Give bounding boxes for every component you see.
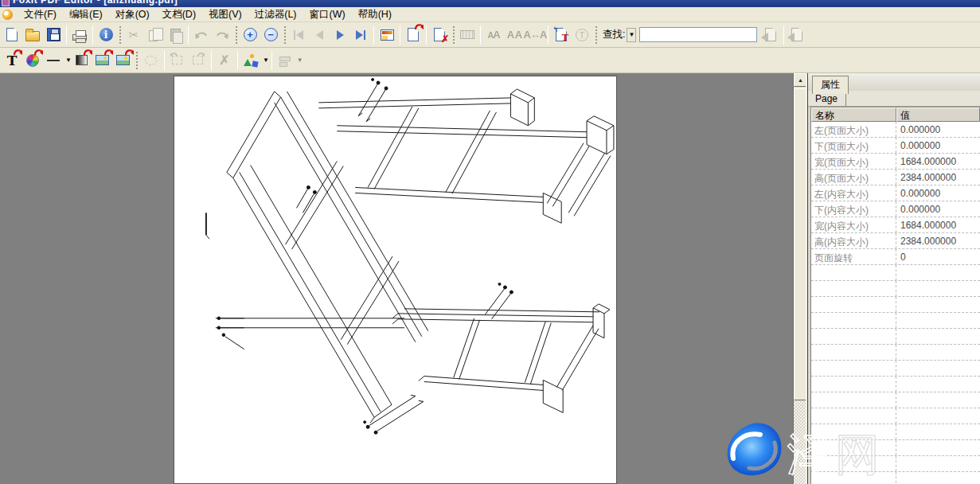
page-layout-icon xyxy=(381,29,394,41)
menu-document[interactable]: 文档(D) xyxy=(156,6,202,23)
property-value[interactable]: 2384.000000 xyxy=(896,170,980,185)
keyboard-button[interactable] xyxy=(457,25,478,45)
copy-icon xyxy=(149,30,158,41)
toolbar-grip[interactable] xyxy=(595,26,597,44)
cut-button[interactable]: ✂ xyxy=(123,25,144,45)
add-image-button[interactable] xyxy=(113,50,134,71)
separator xyxy=(66,25,67,45)
shapes-button[interactable] xyxy=(240,50,261,71)
property-value xyxy=(896,329,980,344)
color-picker-button[interactable] xyxy=(22,50,43,71)
foxit-logo-icon[interactable] xyxy=(2,10,13,20)
toolbar-grip[interactable] xyxy=(119,26,121,44)
toolbar-grip[interactable] xyxy=(452,26,455,44)
paste-button[interactable] xyxy=(165,25,185,45)
property-value xyxy=(896,297,980,312)
menu-object[interactable]: 对象(O) xyxy=(109,6,156,23)
property-name xyxy=(811,456,896,471)
table-row-empty xyxy=(811,392,980,408)
last-page-icon xyxy=(356,30,365,40)
shapes-dropdown[interactable]: ▼ xyxy=(263,57,269,64)
toolbar-edit-objects: T ▼ ✗ ▼ ▼ xyxy=(0,48,980,73)
redo-button[interactable] xyxy=(212,25,232,45)
property-value[interactable]: 0 xyxy=(896,249,980,264)
shading-button[interactable] xyxy=(72,50,92,71)
align-dropdown[interactable]: ▼ xyxy=(297,57,303,64)
align-button[interactable] xyxy=(275,50,295,71)
menu-bar-items: 文件(F)编辑(E)对象(O)文档(D)视图(V)过滤器(L)窗口(W)帮助(H… xyxy=(18,6,398,23)
table-row: 高(内容大小)2384.000000 xyxy=(811,233,980,249)
scrollbar-thumb[interactable] xyxy=(794,88,807,400)
undo-button[interactable] xyxy=(191,25,212,45)
rotate-page-icon xyxy=(408,28,419,41)
find-options-dropdown[interactable]: ▼ xyxy=(627,28,636,42)
edit-image-button[interactable] xyxy=(92,50,113,71)
property-value[interactable]: 0.000000 xyxy=(896,138,980,153)
edit-text-button[interactable]: T xyxy=(2,50,22,71)
char-spacing-button[interactable]: A↔A xyxy=(525,25,545,45)
table-row-empty xyxy=(811,424,980,440)
copy-button[interactable] xyxy=(144,25,165,45)
lasso-select-button[interactable] xyxy=(141,50,162,71)
find-next-button[interactable] xyxy=(760,25,781,45)
find-input[interactable] xyxy=(639,27,757,42)
previous-page-button[interactable] xyxy=(309,25,330,45)
property-name: 宽(内容大小) xyxy=(811,217,896,232)
separator xyxy=(92,25,93,45)
toolbar-grip[interactable] xyxy=(235,26,237,44)
separator xyxy=(400,25,400,45)
previous-page-icon xyxy=(316,30,323,40)
separator xyxy=(480,25,481,45)
document-info-icon: i xyxy=(100,28,113,41)
delete-object-button[interactable]: ✗ xyxy=(214,50,235,71)
lasso-select-icon xyxy=(145,56,157,65)
table-row: 宽(内容大小)1684.000000 xyxy=(811,217,980,233)
document-info-button[interactable]: i xyxy=(96,25,116,45)
next-page-button[interactable] xyxy=(330,25,350,45)
property-value[interactable]: 0.000000 xyxy=(896,201,980,217)
property-value[interactable]: 2384.000000 xyxy=(896,233,980,248)
rotate-right-button[interactable] xyxy=(188,50,209,71)
delete-page-button[interactable]: ✗ xyxy=(429,25,450,45)
property-value xyxy=(896,313,980,328)
property-value[interactable]: 0.000000 xyxy=(896,185,980,201)
first-page-button[interactable] xyxy=(288,25,309,45)
properties-tab[interactable]: 属性 xyxy=(812,76,849,94)
toolbar-grip[interactable] xyxy=(136,52,139,69)
page-layout-button[interactable] xyxy=(377,25,397,45)
menu-view[interactable]: 视图(V) xyxy=(202,6,248,23)
line-style-button[interactable] xyxy=(43,50,64,71)
text-circle-button[interactable]: T xyxy=(572,25,592,45)
menu-filter[interactable]: 过滤器(L) xyxy=(248,6,303,23)
menu-file[interactable]: 文件(F) xyxy=(18,6,63,23)
new-document-button[interactable] xyxy=(2,25,22,45)
menu-window[interactable]: 窗口(W) xyxy=(303,6,352,23)
line-style-dropdown[interactable]: ▼ xyxy=(65,57,72,64)
pdf-page[interactable] xyxy=(174,76,617,484)
app-icon xyxy=(2,0,10,6)
font-replace-button[interactable]: AA xyxy=(483,25,504,45)
save-button[interactable] xyxy=(43,25,64,45)
scroll-up-button[interactable]: ▲ xyxy=(794,73,807,87)
font-size-button[interactable]: A A xyxy=(504,25,525,45)
menu-help[interactable]: 帮助(H) xyxy=(352,6,398,23)
vertical-scrollbar[interactable]: ▲ xyxy=(793,73,807,484)
property-value[interactable]: 0.000000 xyxy=(896,122,980,137)
zoom-in-button[interactable]: + xyxy=(240,25,260,45)
open-button[interactable] xyxy=(22,25,43,45)
print-button[interactable] xyxy=(69,25,90,45)
rotate-left-button[interactable] xyxy=(167,50,188,71)
menu-edit[interactable]: 编辑(E) xyxy=(63,6,109,23)
find-previous-button[interactable] xyxy=(787,25,807,45)
property-value xyxy=(896,440,980,455)
add-text-button[interactable]: T ↰ xyxy=(551,25,572,45)
property-name xyxy=(811,265,896,280)
last-page-button[interactable] xyxy=(350,25,371,45)
property-value[interactable]: 1684.000000 xyxy=(896,217,980,232)
zoom-out-button[interactable]: − xyxy=(260,25,281,45)
rotate-right-icon xyxy=(193,56,203,64)
rotate-page-button[interactable] xyxy=(403,25,424,45)
property-value[interactable]: 1684.000000 xyxy=(896,154,980,169)
document-canvas[interactable] xyxy=(0,73,793,484)
toolbar-grip[interactable] xyxy=(283,26,286,44)
